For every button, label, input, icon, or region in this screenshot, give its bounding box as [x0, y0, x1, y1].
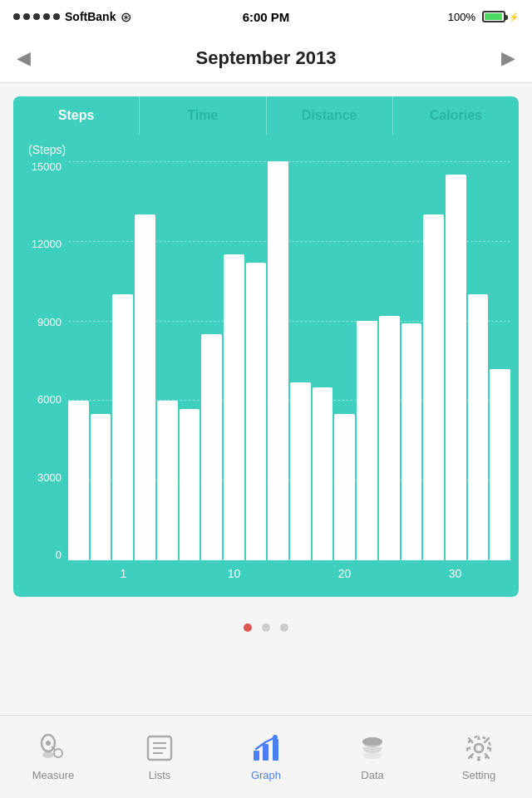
bar-20: [490, 369, 510, 560]
bar-16: [401, 323, 422, 560]
svg-point-16: [475, 744, 483, 752]
page-dot-1: [244, 623, 252, 632]
y-axis: 0 3000 6000 9000 12000 15000: [22, 161, 68, 560]
time-label: 6:00 PM: [243, 10, 290, 24]
setting-icon: [463, 732, 495, 764]
bar-19: [468, 294, 489, 560]
svg-rect-9: [254, 751, 259, 761]
chart-card: Steps Time Distance Calories (Steps) 0 3…: [13, 96, 519, 597]
y-label-6000: 6000: [37, 394, 62, 405]
data-icon: [357, 732, 388, 764]
page-dot-2: [262, 623, 270, 632]
tab-measure[interactable]: Measure: [0, 724, 106, 790]
tab-steps[interactable]: Steps: [13, 96, 139, 135]
x-label-30: 30: [400, 567, 510, 580]
svg-point-1: [46, 741, 51, 746]
bar-15: [379, 316, 400, 560]
wifi-icon: ⊛: [121, 9, 131, 25]
y-label-12000: 12000: [32, 239, 62, 249]
signal-dots: [13, 13, 60, 20]
tab-setting-label: Setting: [462, 769, 495, 781]
y-axis-label: (Steps): [22, 143, 510, 156]
battery-icon: ⚡: [482, 11, 519, 22]
forward-button[interactable]: ▶: [485, 39, 532, 77]
bar-7: [201, 334, 222, 560]
carrier-label: SoftBank: [65, 10, 116, 23]
bar-12: [313, 387, 333, 560]
status-bar: SoftBank ⊛ 6:00 PM 100% ⚡: [0, 0, 532, 33]
tab-distance[interactable]: Distance: [266, 96, 392, 135]
tab-data-label: Data: [361, 769, 383, 781]
tab-graph-label: Graph: [251, 769, 281, 781]
bar-11: [290, 382, 311, 560]
bar-17: [423, 214, 444, 560]
bar-13: [334, 414, 355, 560]
chart-area: (Steps) 0 3000 6000 9000 12000 15000 1 1…: [13, 135, 519, 597]
tab-bar: Measure Lists Graph: [0, 715, 532, 798]
tab-lists-label: Lists: [149, 769, 171, 781]
x-label-20: 20: [289, 567, 400, 580]
battery-percent: 100%: [448, 11, 475, 23]
graph-icon: [250, 732, 282, 764]
nav-header: ◀ September 2013 ▶: [0, 33, 532, 83]
tab-measure-label: Measure: [32, 769, 75, 781]
tab-calories[interactable]: Calories: [392, 96, 519, 135]
status-right: 100% ⚡: [448, 11, 519, 23]
status-left: SoftBank ⊛: [13, 9, 131, 25]
y-label-9000: 9000: [37, 317, 62, 328]
svg-rect-11: [273, 739, 278, 761]
y-label-0: 0: [56, 549, 62, 560]
tab-data[interactable]: Data: [319, 724, 426, 790]
bar-14: [357, 321, 377, 560]
bar-10: [268, 161, 288, 560]
tab-graph[interactable]: Graph: [213, 724, 319, 790]
bar-5: [157, 401, 178, 560]
measure-icon: [37, 732, 69, 764]
svg-point-12: [273, 735, 278, 740]
back-button[interactable]: ◀: [0, 39, 47, 77]
page-dot-3: [280, 623, 288, 632]
tab-lists[interactable]: Lists: [106, 724, 213, 790]
bar-3: [112, 294, 133, 560]
bar-9: [246, 263, 267, 560]
bar-6: [180, 409, 200, 560]
nav-title: September 2013: [196, 47, 337, 69]
bar-4: [135, 214, 155, 560]
svg-rect-10: [263, 744, 268, 761]
tab-time[interactable]: Time: [139, 96, 265, 135]
svg-point-3: [54, 749, 62, 757]
chart-inner: 0 3000 6000 9000 12000 15000: [22, 161, 510, 560]
tab-setting[interactable]: Setting: [426, 724, 532, 790]
bars-container: [68, 161, 510, 560]
x-label-10: 10: [179, 567, 289, 580]
bolt-icon: ⚡: [509, 12, 519, 22]
x-label-1: 1: [68, 567, 179, 580]
chart-tabs: Steps Time Distance Calories: [13, 96, 519, 135]
bar-1: [68, 401, 89, 560]
y-label-3000: 3000: [37, 472, 62, 483]
svg-point-2: [42, 751, 54, 758]
chart-body: [68, 161, 510, 560]
page-indicators: [0, 610, 532, 645]
y-label-15000: 15000: [32, 161, 62, 172]
lists-icon: [144, 732, 175, 764]
x-axis: 1 10 20 30: [68, 560, 510, 580]
bar-18: [446, 175, 466, 560]
bar-2: [91, 414, 111, 560]
bar-8: [224, 254, 244, 560]
